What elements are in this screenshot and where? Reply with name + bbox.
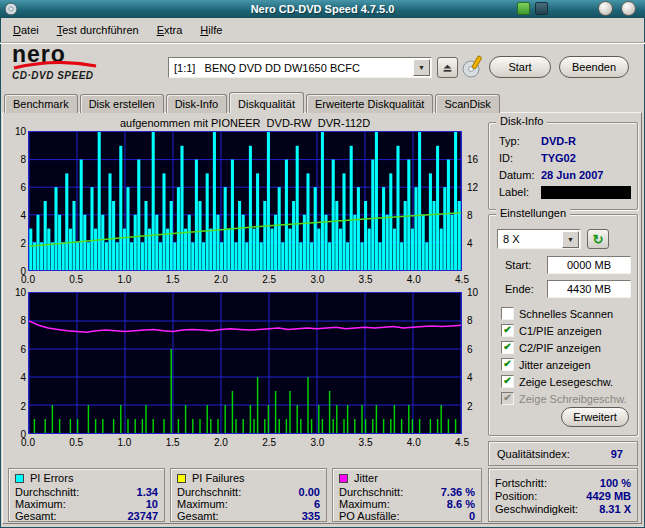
window-title: Nero CD-DVD Speed 4.7.5.0 (0, 0, 645, 18)
menu-item-test-durchfuehren[interactable]: Test durchführen (48, 21, 148, 39)
pi-errors-x-axis: 0.00.51.01.52.02.53.03.54.04.5 (28, 274, 462, 286)
tab-disk-erstellen[interactable]: Disk erstellen (80, 94, 164, 113)
cdspeed-logo-text: CD·DVD SPEED (12, 70, 162, 81)
menu-item-datei[interactable]: Datei (4, 21, 48, 39)
pi-errors-chart (28, 131, 462, 271)
menubar: Datei Test durchführen Extra Hilfe (0, 18, 645, 43)
drive-select-value: [1:1] BENQ DVD DD DW1650 BCFC (169, 62, 412, 74)
tab-disk-info[interactable]: Disk-Info (166, 94, 227, 113)
tab-erweiterte-diskqualitaet[interactable]: Erweiterte Diskqualität (306, 94, 433, 113)
tab-diskqualitaet[interactable]: Diskqualität (229, 92, 304, 113)
close-button[interactable] (621, 1, 636, 16)
start-button[interactable]: Start (489, 56, 551, 78)
app-window: Nero CD-DVD Speed 4.7.5.0 Datei Test dur… (0, 0, 645, 528)
tab-benchmark[interactable]: Benchmark (4, 94, 78, 113)
pi-failures-chart (28, 292, 462, 434)
nero-logo: nero CD·DVD SPEED (12, 45, 162, 81)
menu-item-hilfe[interactable]: Hilfe (191, 21, 231, 39)
menu-item-extra[interactable]: Extra (148, 21, 192, 39)
drive-select[interactable]: [1:1] BENQ DVD DD DW1650 BCFC ▼ (168, 57, 432, 78)
tab-scandisk[interactable]: ScanDisk (435, 94, 499, 113)
tray-icon-dark[interactable] (535, 2, 548, 15)
pi-failures-right-axis: 108642 (464, 292, 484, 434)
quit-button[interactable]: Beenden (559, 56, 629, 78)
pi-failures-x-axis: 0.00.51.01.52.02.53.03.54.04.5 (28, 437, 462, 449)
tray-icon-green[interactable] (517, 2, 530, 15)
pi-failures-left-axis: 1086420 (2, 292, 26, 434)
disc-pen-icon (462, 54, 484, 79)
minimize-button[interactable] (598, 1, 613, 16)
pi-errors-right-axis: 161284 (464, 131, 484, 271)
chart-annotation: aufgenommen mit PIONEER DVD-RW DVR-112D (28, 117, 462, 129)
eject-icon (442, 62, 453, 73)
pi-errors-left-axis: 1086420 (2, 131, 26, 271)
tabstrip: Benchmark Disk erstellen Disk-Info Diskq… (4, 93, 502, 113)
titlebar: Nero CD-DVD Speed 4.7.5.0 (0, 0, 645, 18)
chevron-down-icon[interactable]: ▼ (413, 59, 430, 76)
eject-button[interactable] (437, 57, 458, 78)
